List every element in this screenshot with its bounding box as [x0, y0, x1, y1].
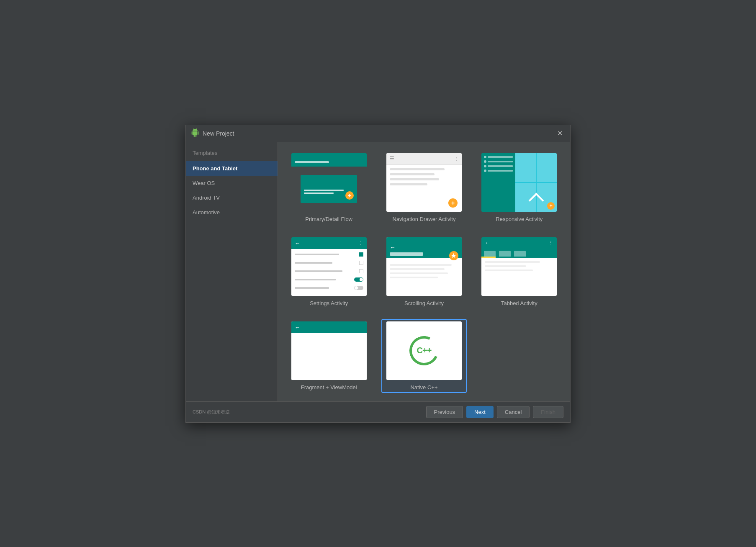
sidebar-item-automotive[interactable]: Automotive [186, 205, 278, 220]
watermark: CSDN @知来者逆 [193, 409, 230, 415]
tabbed-thumb: ← ⋮ [481, 237, 557, 296]
sidebar-section-label: Templates [186, 146, 278, 161]
responsive-thumb: + [481, 153, 557, 212]
sidebar-item-wear-os[interactable]: Wear OS [186, 176, 278, 190]
fragment-thumb: ← [291, 321, 367, 380]
settings-label: Settings Activity [310, 300, 348, 306]
dialog-footer: CSDN @知来者逆 Previous Next Cancel Finish [186, 401, 570, 422]
cancel-button[interactable]: Cancel [497, 406, 530, 418]
primary-detail-label: Primary/Detail Flow [305, 216, 352, 222]
settings-thumb: ← ⋮ [291, 237, 367, 296]
templates-area: + Primary/Detail Flow ☰ ⋮ [278, 142, 570, 401]
nav-drawer-thumb: ☰ ⋮ + [386, 153, 462, 212]
dialog-titlebar: New Project ✕ [186, 125, 570, 142]
template-nav-drawer[interactable]: ☰ ⋮ + Navigation Draw [381, 151, 466, 225]
template-tabbed[interactable]: ← ⋮ [477, 235, 562, 309]
scrolling-thumb: ← ★ [386, 237, 462, 296]
dialog-body: Templates Phone and Tablet Wear OS Andro… [186, 142, 570, 401]
sidebar: Templates Phone and Tablet Wear OS Andro… [186, 142, 278, 401]
tabbed-label: Tabbed Activity [501, 300, 537, 306]
template-primary-detail[interactable]: + Primary/Detail Flow [286, 151, 371, 225]
primary-detail-thumb: + [291, 153, 367, 212]
responsive-label: Responsive Activity [496, 216, 543, 222]
title-left: New Project [191, 128, 234, 139]
template-scrolling[interactable]: ← ★ [381, 235, 466, 309]
native-cpp-thumb: C++ [386, 321, 462, 380]
new-project-dialog: New Project ✕ Templates Phone and Tablet… [185, 125, 571, 423]
dialog-title: New Project [203, 130, 234, 137]
sidebar-item-phone-tablet[interactable]: Phone and Tablet [186, 161, 278, 176]
close-button[interactable]: ✕ [555, 128, 565, 138]
template-fragment-viewmodel[interactable]: ← Fragment + ViewModel [286, 319, 371, 393]
scrolling-label: Scrolling Activity [404, 300, 444, 306]
template-settings[interactable]: ← ⋮ [286, 235, 371, 309]
template-responsive[interactable]: + Responsive Activity [477, 151, 562, 225]
finish-button[interactable]: Finish [533, 406, 563, 418]
sidebar-item-android-tv[interactable]: Android TV [186, 190, 278, 205]
android-icon [191, 128, 199, 139]
nav-drawer-label: Navigation Drawer Activity [392, 216, 455, 222]
templates-grid: + Primary/Detail Flow ☰ ⋮ [286, 151, 562, 393]
fragment-label: Fragment + ViewModel [301, 384, 357, 390]
next-button[interactable]: Next [466, 406, 494, 418]
native-cpp-label: Native C++ [410, 384, 437, 390]
previous-button[interactable]: Previous [426, 406, 463, 418]
template-native-cpp[interactable]: C++ Native C++ [381, 319, 466, 393]
